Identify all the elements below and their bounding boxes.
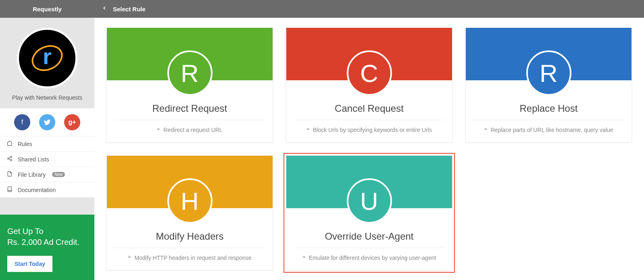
card-description: ❝Redirect a request URL (114, 120, 265, 133)
promo-cta-button[interactable]: Start Today (7, 256, 52, 272)
rule-cards-grid: RRedirect Request❝Redirect a request URL… (94, 18, 644, 280)
promo-line1: Get Up To (7, 227, 87, 236)
app-logo: r (17, 28, 77, 88)
googleplus-button[interactable]: g+ (64, 114, 80, 130)
card-letter: C (347, 50, 392, 96)
app-name: Requestly (0, 0, 94, 18)
googleplus-icon: g+ (68, 119, 76, 126)
card-letter: H (167, 178, 213, 224)
rule-card-modify-headers[interactable]: HModify Headers❝Modify HTTP headers in r… (106, 155, 273, 270)
card-title: Cancel Request (294, 103, 445, 120)
card-letter: R (167, 50, 213, 96)
nav-item-documentation[interactable]: Documentation (0, 182, 94, 198)
promo-line2: Rs. 2,000 Ad Credit. (7, 238, 87, 247)
nav-label: Shared Lists (18, 156, 49, 163)
quote-icon: ❝ (157, 127, 160, 133)
quote-icon: ❝ (306, 127, 310, 133)
svg-line-5 (9, 159, 10, 160)
nav-item-shared-lists[interactable]: Shared Lists (0, 152, 94, 167)
card-header: R (466, 28, 631, 80)
file-icon (6, 171, 13, 178)
nav-label: File Library (18, 171, 46, 178)
rule-card-replace-host[interactable]: RReplace Host❝Replace parts of URL like … (465, 27, 632, 142)
chevron-left-icon (102, 5, 107, 11)
nav-item-rules[interactable]: Rules (0, 136, 94, 152)
svg-point-3 (8, 158, 9, 159)
rule-card-override-user-agent[interactable]: UOverride User-Agent❝Emulate for differe… (286, 155, 452, 270)
card-header: C (286, 28, 452, 80)
rule-card-redirect-request[interactable]: RRedirect Request❝Redirect a request URL (106, 27, 273, 142)
home-icon (6, 140, 13, 147)
back-button[interactable] (102, 5, 107, 13)
card-letter: R (526, 50, 571, 96)
card-description: ❝Emulate for different devices by varyin… (294, 248, 445, 261)
svg-point-4 (10, 159, 12, 161)
book-icon (6, 186, 13, 193)
svg-point-2 (10, 156, 12, 158)
page-title: Select Rule (113, 6, 146, 13)
card-title: Override User-Agent (294, 231, 445, 248)
nav-item-file-library[interactable]: File Library New (0, 167, 94, 182)
card-header: U (286, 156, 452, 208)
card-header: H (107, 156, 273, 208)
quote-icon: ❝ (484, 127, 488, 133)
nav-label: Rules (18, 141, 32, 147)
new-badge: New (52, 172, 65, 177)
card-description: ❝Replace parts of URL like hostname, que… (473, 120, 624, 133)
card-header: R (107, 28, 273, 80)
share-icon (6, 156, 13, 163)
promo-banner: Get Up To Rs. 2,000 Ad Credit. Start Tod… (0, 215, 94, 280)
card-description: ❝Modify HTTP headers in request and resp… (114, 248, 265, 261)
main-area: Select Rule RRedirect Request❝Redirect a… (94, 0, 644, 280)
topbar: Select Rule (94, 0, 644, 18)
sidebar-profile: r Play with Network Requests (0, 18, 94, 108)
sidebar-nav: Rules Shared Lists File Library New Doc (0, 136, 94, 198)
sidebar: Requestly r Play with Network Requests f… (0, 0, 94, 280)
facebook-icon: f (21, 119, 23, 126)
card-title: Replace Host (473, 103, 624, 120)
tagline: Play with Network Requests (12, 94, 82, 101)
nav-label: Documentation (18, 187, 56, 193)
facebook-button[interactable]: f (14, 114, 30, 130)
quote-icon: ❝ (302, 255, 306, 261)
card-title: Modify Headers (114, 231, 265, 248)
svg-text:r: r (43, 44, 52, 69)
svg-line-6 (9, 157, 10, 158)
twitter-button[interactable] (39, 114, 55, 130)
card-letter: U (347, 178, 392, 224)
card-title: Redirect Request (114, 103, 265, 120)
twitter-icon (44, 119, 51, 126)
rule-card-cancel-request[interactable]: CCancel Request❝Block Urls by specifying… (286, 27, 452, 142)
quote-icon: ❝ (128, 255, 131, 261)
card-description: ❝Block Urls by specifying keywords or en… (294, 120, 445, 133)
social-buttons: f g+ (0, 108, 94, 136)
